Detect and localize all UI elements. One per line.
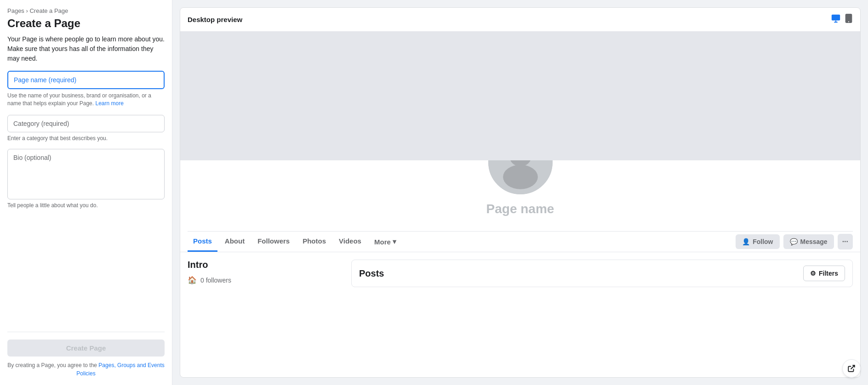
breadcrumb-pages: Pages — [7, 7, 24, 14]
mobile-icon[interactable] — [845, 13, 853, 26]
desktop-icon[interactable] — [831, 13, 841, 26]
intro-followers-text: 0 followers — [200, 277, 231, 284]
message-label: Message — [800, 238, 828, 245]
profile-name-placeholder: Page name — [486, 202, 554, 216]
bio-textarea[interactable] — [7, 149, 165, 199]
chevron-down-icon: ▾ — [393, 238, 396, 246]
breadcrumb: Pages › Create a Page — [7, 7, 165, 14]
follow-label: Follow — [753, 238, 773, 245]
bottom-section: Create Page By creating a Page, you agre… — [7, 332, 165, 385]
preview-header: Desktop preview — [180, 8, 860, 32]
svg-line-8 — [851, 365, 855, 369]
tab-posts[interactable]: Posts — [188, 232, 217, 252]
intro-title: Intro — [188, 260, 344, 270]
svg-point-7 — [503, 165, 538, 189]
nav-tabs: Posts About Followers Photos Videos More… — [180, 232, 860, 252]
left-panel: Pages › Create a Page Create a Page Your… — [0, 0, 172, 385]
follow-button[interactable]: 👤 Follow — [736, 234, 779, 249]
svg-rect-0 — [832, 15, 840, 21]
bio-helper: Tell people a little about what you do. — [7, 202, 165, 209]
posts-header: Posts ⚙ Filters — [351, 260, 853, 287]
page-name-helper: Use the name of your business, brand or … — [7, 92, 165, 108]
filters-icon: ⚙ — [810, 270, 816, 277]
page-name-input[interactable] — [7, 71, 165, 89]
intro-followers-item: 🏠 0 followers — [188, 276, 344, 284]
device-icons — [831, 13, 853, 26]
nav-action-buttons: 👤 Follow 💬 Message ··· — [736, 234, 853, 249]
message-button[interactable]: 💬 Message — [783, 234, 834, 249]
nav-tabs-left: Posts About Followers Photos Videos More… — [188, 232, 402, 252]
breadcrumb-current: Create a Page — [29, 7, 68, 14]
terms-text: By creating a Page, you agree to the Pag… — [7, 361, 165, 378]
tab-followers[interactable]: Followers — [252, 232, 295, 252]
preview-card: Desktop preview — [180, 7, 861, 378]
svg-point-4 — [848, 21, 849, 22]
category-helper: Enter a category that best describes you… — [7, 135, 165, 142]
more-label: More — [374, 238, 391, 246]
external-link-button[interactable] — [842, 359, 861, 378]
create-page-button[interactable]: Create Page — [7, 340, 165, 357]
page-body: Intro 🏠 0 followers Posts ⚙ Filters — [180, 252, 860, 294]
category-select[interactable]: Category (required) — [7, 115, 165, 132]
posts-title: Posts — [359, 268, 384, 279]
learn-more-link[interactable]: Learn more — [95, 100, 123, 107]
page-description: Your Page is where people go to learn mo… — [7, 34, 165, 63]
filters-label: Filters — [819, 270, 838, 277]
tab-about[interactable]: About — [219, 232, 250, 252]
tab-more[interactable]: More ▾ — [369, 232, 402, 252]
tab-videos[interactable]: Videos — [333, 232, 367, 252]
tab-photos[interactable]: Photos — [297, 232, 331, 252]
preview-title: Desktop preview — [188, 16, 242, 23]
follow-icon: 👤 — [742, 238, 750, 245]
right-panel: Desktop preview — [172, 0, 868, 385]
intro-section: Intro 🏠 0 followers — [188, 260, 344, 287]
more-actions-button[interactable]: ··· — [838, 234, 853, 249]
filters-button[interactable]: ⚙ Filters — [803, 266, 845, 281]
cover-photo — [180, 32, 860, 160]
page-title: Create a Page — [7, 17, 165, 30]
preview-content[interactable]: Page name Posts About Followers Photos V… — [180, 32, 860, 378]
message-icon: 💬 — [790, 238, 798, 245]
posts-section: Posts ⚙ Filters — [351, 260, 853, 287]
followers-icon: 🏠 — [188, 276, 197, 284]
